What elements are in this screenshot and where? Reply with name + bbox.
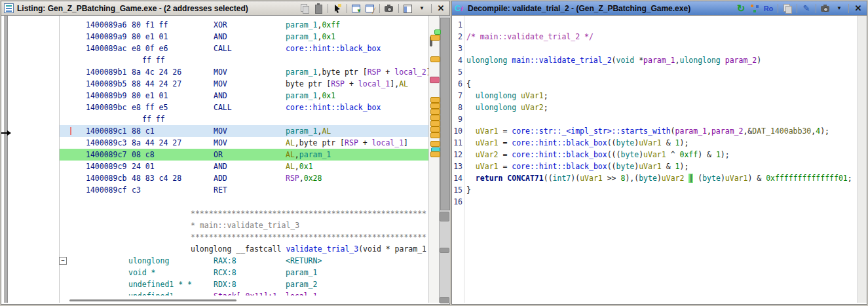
bookmark-yellow-icon[interactable]	[430, 109, 440, 115]
snapshot-table-icon[interactable]: ▼	[350, 3, 362, 14]
edit-icon[interactable]: ✎	[801, 3, 812, 14]
bookmark-yellow-icon[interactable]	[430, 103, 440, 109]
listing-line-1400089cb[interactable]: 1400089cb48 83 c4 28ADDRSP,0x28	[60, 172, 428, 184]
decompile-line-15[interactable]: 15}	[452, 184, 858, 196]
token: {	[466, 79, 471, 88]
decompile-line-5[interactable]: 5	[452, 66, 858, 78]
bookmark-pink-icon[interactable]	[430, 77, 440, 83]
decompile-line-16[interactable]: 16	[452, 196, 858, 208]
bookmark-yellow-icon[interactable]	[430, 141, 440, 147]
close-icon[interactable]: ✕	[435, 3, 447, 14]
decompile-line-3[interactable]: 3	[452, 43, 858, 54]
listing-line[interactable]: ff ff	[60, 113, 428, 125]
listing-line[interactable]: void *RCX:8param_1	[60, 267, 428, 278]
copy-icon[interactable]	[299, 3, 311, 14]
listing-line[interactable]: ulonglong __fastcall validate_trial_3(vo…	[60, 243, 428, 255]
decompile-line-8[interactable]: 8 ulonglong uVar2;	[452, 102, 858, 113]
bookmark-yellow-icon[interactable]	[430, 121, 440, 126]
token: AND	[214, 90, 227, 102]
caret-down-icon[interactable]: ▼	[833, 3, 845, 14]
listing-code-area[interactable]: 1400089a680 f1 ffXORparam_1,0xff1400089a…	[1, 16, 449, 296]
listing-line[interactable]: ff ff	[60, 54, 428, 66]
copy-icon[interactable]	[782, 3, 793, 14]
listing-line-1400089ac[interactable]: 1400089ace8 0f e6CALLcore::hint::black_b…	[60, 43, 428, 54]
token: 0x1	[322, 32, 335, 41]
token: param_1	[286, 91, 317, 100]
token: uVar1	[476, 138, 499, 147]
camera-icon[interactable]	[820, 3, 831, 14]
decompile-line-13[interactable]: 13 uVar1 = core::hint::black_box((byte)u…	[452, 161, 858, 172]
listing-line-1400089a9[interactable]: 1400089a980 e1 01ANDparam_1,0x1	[60, 31, 428, 43]
listing-line-1400089c7[interactable]: 1400089c708 c8ORAL,param_1	[60, 149, 428, 161]
scroll-mark-gray-icon[interactable]	[440, 248, 449, 253]
decompile-line-14[interactable]: 14 return CONCAT71((int7)(uVar1 >> 8),(b…	[452, 172, 858, 184]
listing-line[interactable]: undefined1Stack[-0x11]:1local_1	[60, 290, 428, 296]
bookmark-yellow-icon[interactable]	[430, 115, 440, 121]
decompile-line-12[interactable]: 12 uVar2 = core::hint::black_box(((byte)…	[452, 149, 858, 161]
bookmark-yellow-icon[interactable]	[430, 56, 440, 62]
ro-button[interactable]: Ro	[763, 3, 774, 14]
panel-menu-icon[interactable]	[402, 3, 414, 14]
token: uVar1	[476, 126, 499, 136]
token: =	[498, 150, 512, 159]
decompile-title: Decompile: validate_trial_2 - (Gen_Z_PBa…	[468, 4, 735, 13]
camera-icon[interactable]	[383, 3, 395, 14]
listing-line[interactable]: ****************************************…	[60, 231, 428, 243]
decompile-line-2[interactable]: 2/* main::validate_trial_2 */	[452, 31, 858, 43]
listing-line[interactable]: undefined1 * *RDX:8param_2	[60, 278, 428, 290]
listing-line-1400089c9[interactable]: 1400089c924 01ANDAL,0x1	[60, 161, 428, 172]
function-vars-expander[interactable]: −	[59, 257, 67, 265]
decompile-line-4[interactable]: 4ulonglong main::validate_trial_2(void *…	[452, 54, 858, 66]
listing-line-1400089a6[interactable]: 1400089a680 f1 ffXORparam_1,0xff	[60, 19, 428, 31]
scroll-mark-gray-icon[interactable]	[440, 297, 449, 303]
graph-icon[interactable]	[749, 3, 761, 14]
decompile-line-10[interactable]: 10 uVar1 = core::str::_<impl_str>::start…	[452, 125, 858, 137]
bookmark-yellow-icon[interactable]	[430, 97, 440, 103]
token: 08 c8	[132, 149, 155, 161]
bookmark-yellow-icon[interactable]	[430, 35, 440, 41]
cursor-arrow-icon[interactable]	[331, 3, 343, 14]
token: 1400089a6	[86, 19, 126, 31]
decompile-titlebar[interactable]: Cf Decompile: validate_trial_2 - (Gen_Z_…	[452, 1, 867, 16]
listing-line[interactable]: * main::validate_trial_3	[60, 220, 428, 231]
listing-left-divider[interactable]	[4, 16, 8, 303]
decompile-line-1[interactable]: 1	[452, 19, 858, 31]
decompile-line-7[interactable]: 7 ulonglong uVar1;	[452, 90, 858, 102]
token: RSP	[286, 174, 299, 183]
listing-line[interactable]: ulonglongRAX:8<RETURN>	[60, 255, 428, 267]
token: ],	[390, 79, 399, 88]
token: 1	[675, 138, 680, 147]
listing-hscrollbar-thumb[interactable]	[69, 299, 236, 301]
toolbar-separator	[431, 4, 432, 13]
bookmark-yellow-icon[interactable]	[430, 126, 440, 132]
listing-titlebar[interactable]: Listing: Gen_Z_PBatching_Game.exe - (2 a…	[1, 1, 449, 16]
listing-vscrollbar-thumb[interactable]	[440, 18, 450, 210]
refresh-icon[interactable]: ↻	[735, 3, 747, 14]
scroll-mark-gray-icon[interactable]	[440, 212, 449, 221]
listing-line-1400089b5[interactable]: 1400089b588 44 24 27MOVbyte ptr [RSP + l…	[60, 78, 428, 90]
analysis-mark-green-icon[interactable]	[434, 29, 441, 35]
paste-icon[interactable]	[312, 3, 324, 14]
listing-line-1400089b9[interactable]: 1400089b980 e1 01ANDparam_1,0x1	[60, 90, 428, 102]
edit-table-icon[interactable]: ╱	[364, 3, 376, 14]
caret-down-icon[interactable]: ▼	[416, 3, 428, 14]
listing-line-1400089c3[interactable]: 1400089c38a 44 24 27MOVAL,byte ptr [RSP …	[60, 137, 428, 149]
decompile-line-6[interactable]: 6{	[452, 78, 858, 90]
listing-hscrollbar-track[interactable]	[60, 296, 428, 303]
bookmark-yellow-icon[interactable]	[430, 132, 440, 138]
bookmark-yellow-icon[interactable]	[430, 151, 440, 157]
listing-line-1400089b1[interactable]: 1400089b18a 4c 24 26MOVparam_1,byte ptr …	[60, 66, 428, 78]
decompile-vscrollbar-track[interactable]	[858, 16, 867, 303]
listing-line-1400089c1[interactable]: 1400089c188 c1MOVparam_1,AL	[60, 125, 428, 137]
listing-line-1400089bc[interactable]: 1400089bce8 ff e5CALLcore::hint::black_b…	[60, 102, 428, 113]
token: AL	[286, 162, 295, 171]
decompile-line-11[interactable]: 11 uVar1 = core::hint::black_box((byte)u…	[452, 137, 858, 149]
close-icon[interactable]: ✕	[852, 3, 864, 14]
decompile-code-area[interactable]: 12/* main::validate_trial_2 */34ulonglon…	[452, 16, 858, 296]
decompile-line-9[interactable]: 9	[452, 113, 858, 125]
line-number: 9	[452, 113, 462, 125]
listing-line-1400089cf[interactable]: 1400089cfc3RET	[60, 184, 428, 196]
listing-line[interactable]: ****************************************…	[60, 208, 428, 220]
token: }	[466, 185, 471, 195]
code-text: }	[466, 184, 471, 196]
